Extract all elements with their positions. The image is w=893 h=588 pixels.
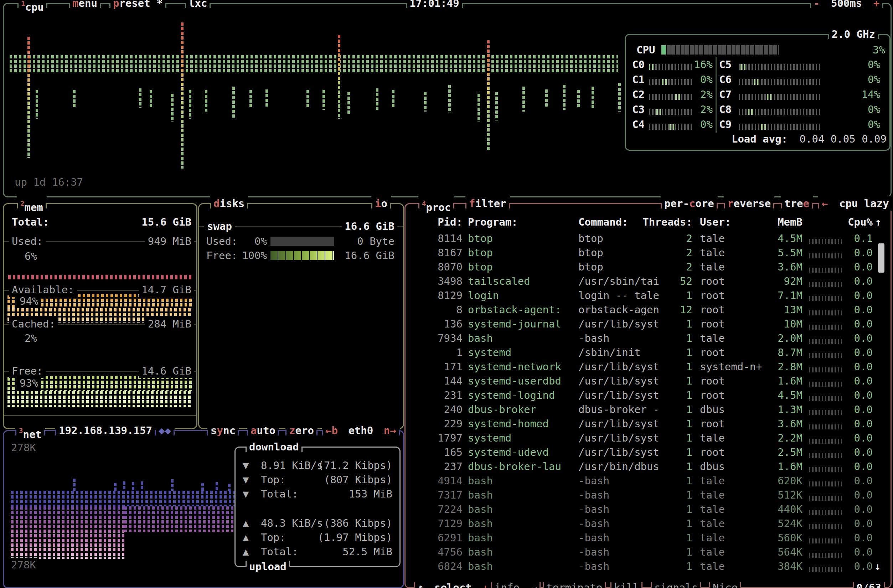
interval-decrease-button[interactable]: - [813,0,819,9]
proc-row[interactable]: 7934bash-bash1tale2.0M0.0 [406,331,890,345]
column-user[interactable]: User: [700,215,731,229]
graph-spike [618,83,621,111]
proc-row[interactable]: 4914bash-bash1tale620K0.0 [406,474,890,488]
select-keys[interactable]: ↑ select ↓ [414,580,492,588]
net-scale-top: 278K [11,441,36,455]
mem-total-row: Total: 15.6 GiB [4,215,196,229]
update-interval-control: - 500ms + [810,0,883,11]
proc-table-header: Pid: Program: Command: Threads: User: Me… [406,215,890,229]
cpu-total-label: CPU [636,43,655,57]
graph-spike [171,94,174,122]
graph-spike [36,90,38,119]
graph-spike [232,87,235,119]
core-usage-graph [739,79,821,85]
proc-row[interactable]: 8070btopbtop2tale3.6M0.0 [406,260,890,274]
net-interface-switcher: ←b eth0 n→ [322,423,400,438]
proc-scrollbar[interactable] [878,244,884,273]
download-total-row: ▼ Total: 153 MiB [243,487,392,501]
net-next-button[interactable]: n→ [384,424,396,436]
proc-row[interactable]: 231systemd-logind/usr/lib/syst1root4.5M0… [406,388,890,402]
signals-button[interactable]: signals [651,580,701,588]
proc-row[interactable]: 7224bash-bash1tale440K0.0 [406,502,890,516]
cpu-box: 1cpu menu preset * lxc 17:01:49 - 500ms … [3,3,891,197]
proc-row[interactable]: 7129bash-bash1tale524K0.0 [406,516,890,531]
core-usage-graph [739,124,821,130]
net-sync-button[interactable]: sync [207,423,239,438]
proc-row[interactable]: 8129loginlogin -- tale1root7.1M0.0 [406,288,890,302]
core-usage-graph [739,109,821,115]
terminate-button[interactable]: terminate [543,580,606,588]
graph-spike [347,92,350,115]
core-row: C32% [632,102,715,117]
column-program[interactable]: Program: [468,215,518,229]
graph-spike [189,90,191,119]
filter-button[interactable]: filter [465,196,510,211]
interval-increase-button[interactable]: + [873,0,879,9]
net-box-title[interactable]: 3net [15,423,45,438]
cpu-core-panel: 2.0 GHz CPU 3% C016%C10%C22%C32%C40% C50… [625,34,890,151]
core-row: C714% [719,87,882,102]
mem-box-title[interactable]: 2mem [17,196,47,211]
graph-spike [123,481,125,491]
selection-count: 0/63 [853,580,885,588]
mem-available-graph [8,295,18,308]
column-threads[interactable]: Threads: [635,215,692,229]
graph-spike [201,483,204,491]
graph-spike [73,478,75,491]
upload-title: upload [245,559,290,574]
core-row: C40% [632,117,715,132]
sort-left-button[interactable]: ← [822,197,828,209]
mem-used-graph [8,275,192,280]
proc-row[interactable]: 4756bash-bash1tale564K0.0 [406,545,890,559]
menu-button[interactable]: menu [69,0,101,11]
proc-row[interactable]: 229systemd-homed/usr/lib/syst1root3.6M0.… [406,417,890,431]
proc-row[interactable]: 8114btopbtop2tale4.5M0.1 [406,231,890,245]
mem-free-graph [8,391,193,408]
sort-column-control: ← cpu lazy → [818,196,893,211]
per-core-toggle[interactable]: per-core [661,196,718,211]
core-row: C10% [632,72,715,87]
column-command[interactable]: Command: [578,215,628,229]
io-mode-button[interactable]: io [371,196,391,211]
divider [4,415,196,416]
graph-spike [563,85,565,110]
proc-row[interactable]: 136systemd-journal/usr/lib/syst1root10M0… [406,317,890,331]
kill-button[interactable]: kill [610,580,642,588]
cpu-hotkey: 1 [21,0,25,7]
down-arrow-icon: ▼ [243,488,249,500]
mem-cached-percent: 2% [25,331,37,345]
proc-row[interactable]: 1systemd/sbin/init1root8.7M0.0 [406,345,890,359]
preset-button[interactable]: preset * [110,0,167,11]
graph-spike [266,89,268,107]
proc-row[interactable]: 237dbus-broker-lau/usr/bin/dbus1dbus1.6M… [406,459,890,474]
proc-row[interactable]: 165systemd-udevd/usr/lib/syst1root2.5M0.… [406,445,890,459]
column-memb[interactable]: MemB [767,215,803,229]
core-column-divider [716,57,717,132]
proc-row[interactable]: 6291bash-bash1tale560K0.0 [406,531,890,545]
proc-row[interactable]: 6824bash-bash1tale384K0.0 [406,559,890,573]
proc-row[interactable]: 240dbus-brokerdbus-broker -1dbus1.3M0.0 [406,402,890,417]
net-prev-button[interactable]: ←b [325,424,338,436]
download-title: download [245,440,302,454]
nice-button[interactable]: Nice [709,580,741,588]
proc-row[interactable]: 171systemd-network/usr/lib/syst1systemd-… [406,359,890,374]
reverse-toggle[interactable]: reverse [724,196,774,211]
cpu-meter-filled [661,45,666,54]
proc-row[interactable]: 144systemd-userdbd/usr/lib/syst1root1.6M… [406,374,890,388]
info-button[interactable]: info ↵ [491,580,541,588]
cpu-box-title[interactable]: 1cpu [18,0,47,11]
tree-toggle[interactable]: tree [781,196,813,211]
net-zero-button[interactable]: zero [286,423,317,438]
net-auto-button[interactable]: auto [247,423,279,438]
core-usage-graph [739,64,821,70]
swap-free-row: Free: 100% 16.6 GiB [199,248,403,263]
proc-row[interactable]: 8orbstack-agent:orbstack-agen12root13M0.… [406,302,890,317]
proc-box-title[interactable]: 4proc [418,196,454,211]
proc-row[interactable]: 8167btopbtop2tale5.5M0.0 [406,245,890,260]
disks-box-title[interactable]: disks [210,196,248,211]
column-pid[interactable]: Pid: [413,215,463,229]
column-cpu[interactable]: Cpu% [826,215,873,229]
proc-row[interactable]: 3498tailscaled/usr/sbin/tai52root92M0.0 [406,274,890,288]
proc-row[interactable]: 1797systemd/usr/lib/syst1tale2.2M0.0 [406,431,890,445]
proc-row[interactable]: 7317bash-bash1tale512K0.0 [406,488,890,502]
